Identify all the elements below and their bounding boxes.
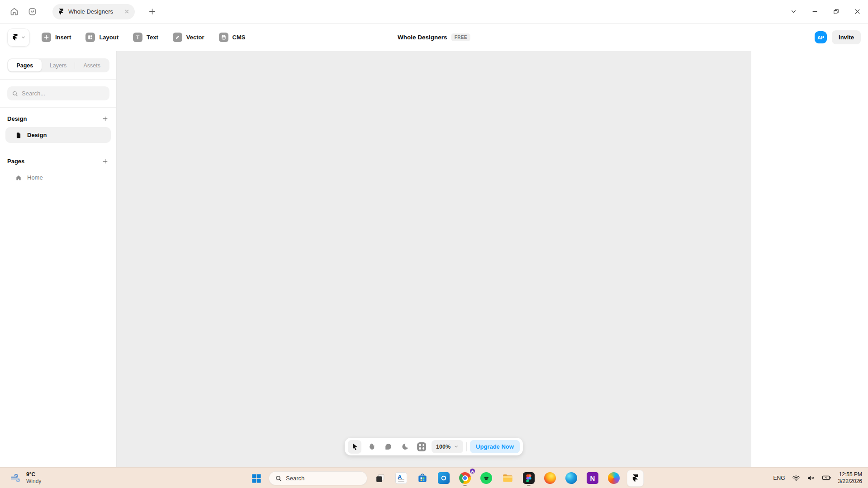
text-button[interactable]: Text (133, 33, 158, 42)
file-explorer-icon (502, 472, 513, 484)
windows-taskbar: 9°C Windy A (0, 467, 868, 488)
cursor-icon (351, 443, 359, 450)
properties-panel-empty (751, 51, 868, 467)
firefox-button[interactable] (541, 469, 559, 487)
text-label: Text (147, 34, 158, 41)
time: 12:55 PM (839, 471, 862, 478)
vector-button[interactable]: Vector (173, 33, 204, 42)
tab-assets[interactable]: Assets (75, 59, 109, 71)
upgrade-now-button[interactable]: Upgrade Now (470, 440, 520, 453)
battery-charging-icon[interactable] (822, 473, 831, 483)
outlook-button[interactable] (435, 469, 452, 487)
language-indicator[interactable]: ENG (773, 475, 785, 481)
running-indicator (527, 485, 531, 486)
add-page-icon[interactable] (102, 158, 109, 165)
taskbar-center: A A (247, 468, 644, 488)
journal-app-button[interactable]: A (393, 469, 410, 487)
tab-whole-designers[interactable]: Whole Designers (52, 4, 135, 19)
project-title: Whole Designers (398, 34, 447, 41)
tab-pages[interactable]: Pages (8, 59, 42, 71)
toolbar-divider (466, 442, 467, 451)
window-menu-button[interactable] (789, 7, 798, 16)
home-button[interactable] (8, 6, 20, 18)
tab-bar-left: Whole Designers (0, 4, 156, 19)
start-button[interactable] (247, 469, 265, 487)
minimize-button[interactable] (810, 7, 819, 16)
cms-button[interactable]: CMS (219, 33, 246, 42)
moon-icon (401, 443, 409, 450)
hand-tool-button[interactable] (365, 440, 378, 454)
task-view-button[interactable] (371, 469, 389, 487)
search-input[interactable] (22, 90, 105, 97)
clock[interactable]: 12:55 PM 3/22/2026 (838, 471, 862, 485)
close-icon (854, 8, 861, 15)
tab-title: Whole Designers (68, 8, 120, 15)
file-explorer-button[interactable] (499, 469, 516, 487)
close-window-button[interactable] (853, 7, 862, 16)
firefox-icon (544, 472, 556, 484)
design-item-label: Design (27, 132, 47, 138)
cursor-tool-button[interactable] (348, 440, 361, 454)
journal-app-icon: A (395, 472, 407, 484)
sidebar-item-design[interactable]: Design (5, 127, 111, 143)
hand-icon (368, 443, 375, 450)
add-design-icon[interactable] (102, 115, 109, 122)
tab-layers[interactable]: Layers (42, 59, 75, 71)
chevron-down-icon (21, 35, 26, 40)
restore-icon (833, 8, 840, 15)
left-sidebar: Pages Layers Assets Design Design Pages … (0, 51, 117, 467)
design-canvas[interactable] (117, 51, 751, 467)
window-controls (789, 7, 868, 16)
framer-menu-button[interactable] (7, 28, 30, 47)
tab-close-icon[interactable] (124, 9, 129, 14)
layout-label: Layout (99, 34, 119, 41)
layout-button[interactable]: Layout (85, 33, 119, 42)
system-tray: ENG 12:55 PM 3/22/2026 (773, 471, 868, 485)
dark-mode-toggle[interactable] (398, 440, 412, 454)
comments-tool-button[interactable] (381, 440, 395, 454)
microsoft-store-icon (417, 472, 428, 484)
volume-muted-icon[interactable] (807, 474, 815, 482)
sidebar-search[interactable] (7, 86, 109, 100)
pages-section-header: Pages (7, 157, 109, 165)
outlook-icon (438, 472, 450, 484)
design-section-header: Design (7, 114, 109, 123)
restore-button[interactable] (831, 7, 840, 16)
taskbar-search[interactable] (269, 471, 367, 485)
taskbar-search-input[interactable] (286, 475, 361, 482)
zoom-selector[interactable]: 100% (432, 440, 463, 453)
chrome-icon (459, 472, 471, 484)
marketplace-button[interactable] (26, 6, 38, 18)
new-tab-button[interactable] (148, 8, 156, 15)
marketplace-icon (28, 7, 37, 16)
microsoft-store-button[interactable] (414, 469, 431, 487)
toolbar-right: AP Invite (815, 30, 868, 44)
figma-button[interactable] (520, 469, 537, 487)
comment-bubble-icon (384, 443, 392, 450)
chrome-profile-badge: A (469, 468, 476, 474)
file-icon (15, 132, 22, 138)
copilot-button[interactable] (605, 469, 622, 487)
vector-label: Vector (186, 34, 204, 41)
invite-button[interactable]: Invite (832, 30, 861, 44)
wifi-icon[interactable] (792, 474, 800, 482)
home-icon (9, 7, 19, 16)
chrome-button[interactable]: A (456, 469, 474, 487)
framer-logo-icon (58, 9, 64, 15)
spotify-button[interactable] (478, 469, 495, 487)
framer-taskbar-button[interactable] (626, 469, 644, 487)
copilot-icon (608, 472, 620, 484)
components-grid-tool-button[interactable] (415, 440, 428, 454)
onenote-button[interactable]: N (584, 469, 601, 487)
sidebar-item-home[interactable]: Home (5, 170, 111, 185)
avatar[interactable]: AP (815, 31, 827, 43)
weather-widget[interactable]: 9°C Windy (0, 471, 41, 484)
framer-logo-icon (12, 34, 19, 41)
edge-button[interactable] (563, 469, 580, 487)
toolbar-menu: Insert Layout Text Vector CMS (42, 33, 245, 42)
plus-icon (148, 8, 156, 15)
divider (0, 79, 116, 80)
insert-button[interactable]: Insert (42, 33, 71, 42)
zoom-value: 100% (436, 444, 451, 450)
layout-columns-icon (85, 33, 95, 42)
